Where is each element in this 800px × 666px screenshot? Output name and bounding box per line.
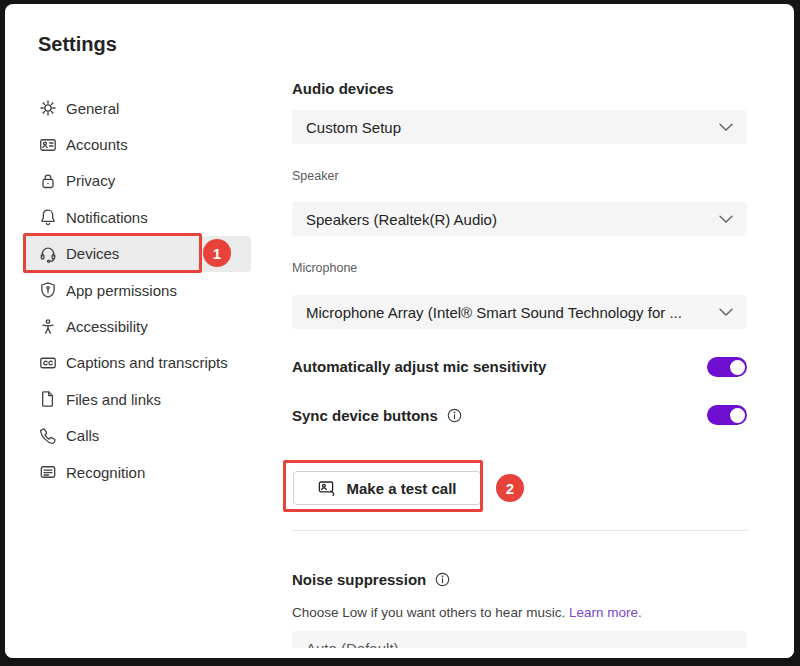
- mic-sensitivity-toggle[interactable]: [707, 357, 747, 377]
- page-title: Settings: [38, 33, 117, 56]
- noise-suppression-description: Choose Low if you want others to hear mu…: [292, 605, 642, 620]
- sidebar-item-label: Files and links: [66, 391, 161, 408]
- section-divider: [292, 530, 747, 531]
- phone-icon: [38, 426, 58, 446]
- info-icon[interactable]: [434, 571, 451, 588]
- noise-suppression-header: Noise suppression: [292, 571, 451, 588]
- sidebar-item-label: App permissions: [66, 282, 177, 299]
- speaker-dropdown-value: Speakers (Realtek(R) Audio): [306, 211, 497, 228]
- step1-badge: 1: [203, 239, 231, 267]
- toggle-knob: [730, 360, 745, 375]
- sidebar-item-privacy[interactable]: Privacy: [24, 163, 251, 199]
- sidebar-item-label: Captions and transcripts: [66, 354, 228, 371]
- gear-icon: [38, 98, 58, 118]
- lock-icon: [38, 171, 58, 191]
- screenshot-frame: Settings General: [0, 0, 800, 666]
- speaker-dropdown[interactable]: Speakers (Realtek(R) Audio): [292, 202, 747, 236]
- notes-icon: [38, 462, 58, 482]
- toggle-knob: [730, 408, 745, 423]
- sidebar-item-calls[interactable]: Calls: [24, 418, 251, 454]
- cc-icon: [38, 353, 58, 373]
- sync-device-buttons-label: Sync device buttons: [292, 407, 463, 424]
- sidebar-item-captions-transcripts[interactable]: Captions and transcripts: [24, 345, 251, 381]
- accessibility-person-icon: [38, 317, 58, 337]
- step1-highlight-box: [23, 233, 202, 273]
- sync-device-buttons-text: Sync device buttons: [292, 407, 438, 424]
- sidebar-item-accessibility[interactable]: Accessibility: [24, 308, 251, 344]
- file-icon: [38, 389, 58, 409]
- sidebar-item-label: Accessibility: [66, 318, 148, 335]
- sidebar-item-accounts[interactable]: Accounts: [24, 126, 251, 162]
- description-text: Choose Low if you want others to hear mu…: [292, 605, 565, 620]
- sidebar-item-label: Accounts: [66, 136, 128, 153]
- audio-devices-dropdown[interactable]: Custom Setup: [292, 110, 747, 144]
- chevron-down-icon: [719, 123, 733, 132]
- info-icon[interactable]: [446, 407, 463, 424]
- sidebar-item-label: Privacy: [66, 172, 115, 189]
- bell-icon: [38, 207, 58, 227]
- settings-sidebar: General Accounts: [24, 90, 251, 490]
- sync-device-buttons-toggle[interactable]: [707, 405, 747, 425]
- clipped-edge-overlay: [5, 648, 794, 658]
- shield-icon: [38, 280, 58, 300]
- chevron-down-icon: [719, 215, 733, 224]
- sidebar-item-label: Calls: [66, 427, 99, 444]
- settings-window: Settings General: [5, 4, 794, 658]
- sidebar-item-label: Recognition: [66, 464, 145, 481]
- id-card-icon: [38, 135, 58, 155]
- audio-devices-dropdown-value: Custom Setup: [306, 119, 401, 136]
- step2-badge: 2: [496, 474, 524, 502]
- microphone-dropdown-value: Microphone Array (Intel® Smart Sound Tec…: [306, 304, 682, 321]
- chevron-down-icon: [719, 308, 733, 317]
- learn-more-link[interactable]: Learn more.: [569, 605, 642, 620]
- sidebar-item-files-links[interactable]: Files and links: [24, 381, 251, 417]
- mic-sensitivity-label: Automatically adjust mic sensitivity: [292, 358, 546, 375]
- sidebar-item-label: General: [66, 100, 119, 117]
- sidebar-item-general[interactable]: General: [24, 90, 251, 126]
- sidebar-item-notifications[interactable]: Notifications: [24, 199, 251, 235]
- microphone-label: Microphone: [292, 261, 357, 275]
- step2-highlight-box: [283, 460, 483, 512]
- audio-devices-header: Audio devices: [292, 80, 394, 97]
- microphone-dropdown[interactable]: Microphone Array (Intel® Smart Sound Tec…: [292, 295, 747, 329]
- speaker-label: Speaker: [292, 169, 339, 183]
- sidebar-item-label: Notifications: [66, 209, 148, 226]
- noise-suppression-title: Noise suppression: [292, 571, 426, 588]
- sidebar-item-app-permissions[interactable]: App permissions: [24, 272, 251, 308]
- sidebar-item-recognition[interactable]: Recognition: [24, 454, 251, 490]
